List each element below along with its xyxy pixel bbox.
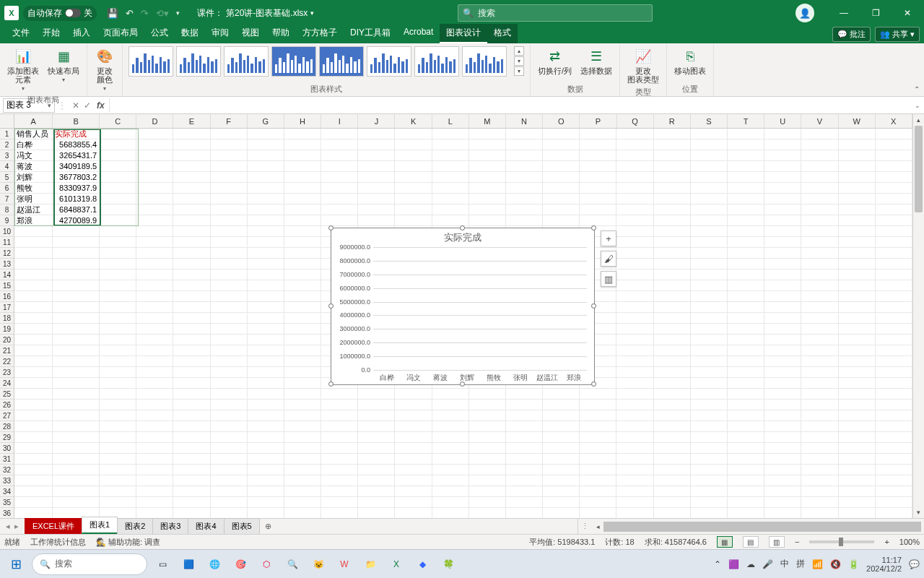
cell-G13[interactable] — [248, 259, 284, 269]
cell-Q22[interactable] — [616, 356, 653, 367]
cell-U5[interactable] — [764, 172, 801, 183]
cell-Q19[interactable] — [616, 324, 653, 335]
cell-X9[interactable] — [876, 215, 912, 226]
cell-J4[interactable] — [358, 161, 395, 172]
cell-G35[interactable] — [248, 497, 284, 508]
cell-G30[interactable] — [248, 443, 284, 454]
cell-M5[interactable] — [469, 172, 506, 183]
cell-V1[interactable] — [801, 129, 838, 139]
cell-Q36[interactable] — [616, 508, 653, 519]
cell-V17[interactable] — [801, 302, 838, 313]
ribbon-tab-1[interactable]: 开始 — [36, 24, 66, 43]
cell-J6[interactable] — [358, 183, 395, 194]
cell-W24[interactable] — [839, 378, 876, 389]
cell-X14[interactable] — [876, 269, 912, 280]
task-view-icon[interactable]: ▭ — [152, 553, 173, 575]
row-header-32[interactable]: 32 — [0, 465, 14, 475]
zoom-in-button[interactable]: + — [884, 538, 889, 546]
cell-R10[interactable] — [654, 226, 691, 237]
cell-T20[interactable] — [728, 335, 764, 345]
cell-S12[interactable] — [691, 248, 728, 259]
chart-resize-handle[interactable] — [460, 381, 465, 387]
cell-X21[interactable] — [876, 345, 912, 356]
cell-H29[interactable] — [284, 432, 321, 443]
cell-U11[interactable] — [764, 237, 801, 248]
cell-U34[interactable] — [764, 486, 801, 497]
ribbon-tab-8[interactable]: 帮助 — [266, 24, 296, 43]
cell-F32[interactable] — [211, 465, 248, 475]
cell-D33[interactable] — [136, 475, 173, 486]
cell-O25[interactable] — [543, 389, 580, 400]
row-header-21[interactable]: 21 — [0, 345, 14, 356]
cell-C34[interactable] — [100, 486, 136, 497]
cell-T17[interactable] — [728, 302, 764, 313]
cell-X20[interactable] — [876, 335, 912, 345]
cell-X12[interactable] — [876, 248, 912, 259]
cell-C16[interactable] — [100, 291, 136, 302]
row-header-6[interactable]: 6 — [0, 183, 14, 194]
cell-E22[interactable] — [173, 356, 210, 367]
cell-A30[interactable] — [14, 443, 53, 454]
cell-Q24[interactable] — [616, 378, 653, 389]
cell-W2[interactable] — [839, 139, 876, 150]
cell-T31[interactable] — [728, 454, 764, 465]
cell-I8[interactable] — [321, 204, 358, 215]
cell-Q1[interactable] — [616, 129, 653, 139]
cell-R14[interactable] — [654, 269, 691, 280]
cell-T26[interactable] — [728, 400, 764, 410]
cell-U26[interactable] — [764, 400, 801, 410]
cell-K34[interactable] — [395, 486, 432, 497]
cell-C12[interactable] — [100, 248, 136, 259]
cell-S33[interactable] — [691, 475, 728, 486]
cell-T9[interactable] — [728, 215, 764, 226]
cell-N29[interactable] — [506, 432, 543, 443]
cell-X4[interactable] — [876, 161, 912, 172]
cell-D21[interactable] — [136, 345, 173, 356]
cell-G18[interactable] — [248, 313, 284, 324]
cell-F29[interactable] — [211, 432, 248, 443]
cell-H23[interactable] — [284, 367, 321, 378]
cell-S10[interactable] — [691, 226, 728, 237]
cell-H36[interactable] — [284, 508, 321, 519]
cell-K36[interactable] — [395, 508, 432, 519]
cell-T29[interactable] — [728, 432, 764, 443]
vertical-scrollbar[interactable]: ▴ ▾ — [912, 114, 924, 518]
cell-A12[interactable] — [14, 248, 53, 259]
cell-F26[interactable] — [211, 400, 248, 410]
cell-U16[interactable] — [764, 291, 801, 302]
cell-N34[interactable] — [506, 486, 543, 497]
cell-S15[interactable] — [691, 280, 728, 291]
cell-A13[interactable] — [14, 259, 53, 269]
cell-B20[interactable] — [53, 335, 100, 345]
cell-M27[interactable] — [469, 410, 506, 421]
cell-X33[interactable] — [876, 475, 912, 486]
cell-A31[interactable] — [14, 454, 53, 465]
cell-U25[interactable] — [764, 389, 801, 400]
cell-G1[interactable] — [248, 129, 284, 139]
cell-H4[interactable] — [284, 161, 321, 172]
cell-V5[interactable] — [801, 172, 838, 183]
cell-M34[interactable] — [469, 486, 506, 497]
cell-X27[interactable] — [876, 410, 912, 421]
cell-U14[interactable] — [764, 269, 801, 280]
cell-U1[interactable] — [764, 129, 801, 139]
cell-E16[interactable] — [173, 291, 210, 302]
cell-W1[interactable] — [839, 129, 876, 139]
cell-R8[interactable] — [654, 204, 691, 215]
cell-G4[interactable] — [248, 161, 284, 172]
cell-W4[interactable] — [839, 161, 876, 172]
cell-O35[interactable] — [543, 497, 580, 508]
switch-row-col-button[interactable]: ⇄ 切换行/列 — [536, 46, 573, 77]
cell-A3[interactable]: 冯文 — [14, 150, 53, 161]
cell-K25[interactable] — [395, 389, 432, 400]
cell-Q4[interactable] — [616, 161, 653, 172]
cell-R22[interactable] — [654, 356, 691, 367]
cell-F30[interactable] — [211, 443, 248, 454]
cell-D28[interactable] — [136, 421, 173, 432]
cell-L27[interactable] — [432, 410, 469, 421]
row-header-3[interactable]: 3 — [0, 150, 14, 161]
cell-P34[interactable] — [580, 486, 616, 497]
cell-W12[interactable] — [839, 248, 876, 259]
cell-V28[interactable] — [801, 421, 838, 432]
cell-F31[interactable] — [211, 454, 248, 465]
